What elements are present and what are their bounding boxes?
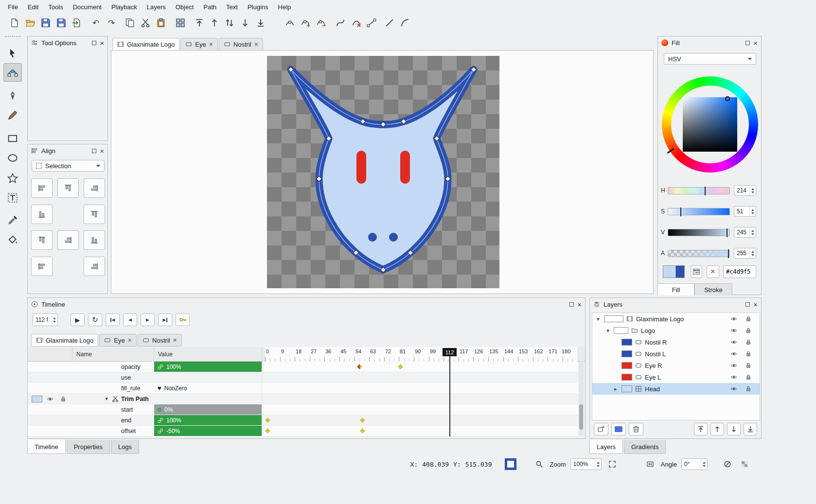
palette-button[interactable] xyxy=(691,265,702,278)
align-relative-to-select[interactable]: Selection xyxy=(32,160,105,172)
hue-marker[interactable] xyxy=(667,148,674,154)
keyframe-track[interactable] xyxy=(265,394,578,404)
keyframe[interactable] xyxy=(265,428,270,434)
fill-tool-button[interactable] xyxy=(3,230,22,249)
lock-icon[interactable] xyxy=(745,315,752,322)
visible-icon[interactable] xyxy=(47,396,53,402)
reorder-button[interactable] xyxy=(222,16,237,30)
clear-color-button[interactable]: × xyxy=(707,265,719,278)
property-value[interactable]: -50% xyxy=(154,426,262,436)
menu-tools[interactable]: Tools xyxy=(43,0,68,14)
spin-arrows[interactable] xyxy=(749,186,756,195)
layer-lower-to-bottom-button[interactable] xyxy=(744,423,757,435)
keyframe[interactable] xyxy=(357,364,362,369)
lock-icon[interactable] xyxy=(745,327,752,334)
canvas-tab-nostril[interactable]: Nostril × xyxy=(219,38,263,51)
current-frame-indicator[interactable]: 112 xyxy=(443,348,457,356)
keyframe-track[interactable] xyxy=(265,404,578,415)
close-panel-icon[interactable]: × xyxy=(100,147,104,155)
tab-layers[interactable]: Layers xyxy=(589,440,623,454)
redo-button[interactable]: ↷ xyxy=(104,16,119,30)
ellipse-tool-button[interactable] xyxy=(3,149,22,167)
spin-up-icon[interactable] xyxy=(751,209,754,211)
tab-logs[interactable]: Logs xyxy=(111,440,139,454)
keyframe-track[interactable] xyxy=(265,426,578,436)
current-color-swatch[interactable] xyxy=(505,458,516,470)
layer-color-swatch[interactable] xyxy=(621,350,632,357)
secondary-color-swatch[interactable] xyxy=(676,265,685,278)
property-value[interactable] xyxy=(154,394,262,404)
value-spinbox[interactable]: 245 xyxy=(734,227,756,238)
alpha-slider[interactable] xyxy=(668,250,730,257)
timeline-scrollbar[interactable] xyxy=(579,362,584,436)
menu-playback[interactable]: Playback xyxy=(106,0,142,14)
select-tool-button[interactable] xyxy=(3,44,22,62)
group-button[interactable] xyxy=(173,16,188,30)
menu-text[interactable]: Text xyxy=(221,0,243,14)
visible-icon[interactable] xyxy=(730,374,737,381)
undo-button[interactable]: ↶ xyxy=(89,16,103,30)
close-panel-icon[interactable]: × xyxy=(753,39,758,47)
float-panel-icon[interactable] xyxy=(92,149,96,153)
layer-color-swatch[interactable] xyxy=(32,396,42,402)
cut-button[interactable] xyxy=(138,16,153,30)
float-panel-icon[interactable] xyxy=(569,302,574,307)
fill-tab[interactable]: Fill xyxy=(657,283,694,295)
spin-arrows[interactable] xyxy=(701,459,707,469)
frame-spinbox[interactable]: 112 f xyxy=(33,313,58,326)
menu-help[interactable]: Help xyxy=(273,0,296,14)
menu-layers[interactable]: Layers xyxy=(142,0,171,14)
fox-head-drawing[interactable] xyxy=(267,56,499,288)
saturation-slider[interactable] xyxy=(668,208,730,215)
play-button[interactable]: ▶ xyxy=(71,313,85,326)
close-panel-icon[interactable]: × xyxy=(577,301,582,308)
layer-color-swatch[interactable] xyxy=(614,327,628,334)
tab-gradients[interactable]: Gradients xyxy=(624,440,666,454)
spin-down-icon[interactable] xyxy=(751,233,754,235)
sv-marker[interactable] xyxy=(725,96,730,101)
spin-arrows[interactable] xyxy=(749,248,756,258)
layer-row-head[interactable]: ▸ Head xyxy=(592,383,760,395)
spin-down-icon[interactable] xyxy=(597,465,600,467)
tab-timeline[interactable]: Timeline xyxy=(27,440,66,454)
layer-color-swatch[interactable] xyxy=(621,385,632,392)
distribute-right-button[interactable] xyxy=(84,205,105,224)
spin-arrows[interactable] xyxy=(51,314,57,326)
keyframe-track[interactable] xyxy=(265,383,578,393)
layer-row-nostil-l[interactable]: Nostil L xyxy=(592,348,760,360)
keyframe[interactable] xyxy=(360,428,365,434)
color-wheel[interactable] xyxy=(662,76,758,173)
layer-color-swatch[interactable] xyxy=(604,315,623,322)
raise-to-top-button[interactable] xyxy=(192,16,207,30)
expander-icon[interactable]: ▾ xyxy=(595,316,601,322)
expander-icon[interactable]: ▾ xyxy=(605,328,611,334)
colorspace-select[interactable]: HSV xyxy=(664,53,756,65)
scrollbar-thumb[interactable] xyxy=(579,404,583,430)
spin-down-icon[interactable] xyxy=(703,465,706,467)
layer-color-swatch[interactable] xyxy=(621,362,632,369)
lower-button[interactable] xyxy=(238,16,252,30)
lock-icon[interactable] xyxy=(745,362,752,369)
export-button[interactable] xyxy=(70,16,84,30)
menu-plugins[interactable]: Plugins xyxy=(243,0,273,14)
make-arc-button[interactable] xyxy=(398,16,412,30)
layer-row-glaxnimate-logo[interactable]: ▾ Glaxnimate Logo xyxy=(592,313,760,325)
name-column-header[interactable]: Name xyxy=(72,347,154,362)
layer-raise-to-top-button[interactable] xyxy=(694,423,708,435)
spin-up-icon[interactable] xyxy=(751,251,754,253)
menu-document[interactable]: Document xyxy=(68,0,106,14)
layer-row-eye-r[interactable]: Eye R xyxy=(592,360,760,371)
close-panel-icon[interactable]: × xyxy=(753,301,758,308)
document-area[interactable] xyxy=(267,56,499,288)
frame-ruler[interactable]: 0 9 18 27 36 45 54 63 72 81 90 99 117 12… xyxy=(265,347,577,362)
playhead[interactable] xyxy=(449,356,450,436)
solid-color-layer-button[interactable] xyxy=(611,423,626,435)
hue-slider[interactable] xyxy=(668,187,730,194)
layer-row-eye-l[interactable]: Eye L xyxy=(592,371,760,383)
menu-edit[interactable]: Edit xyxy=(23,0,43,14)
align-hcenter-button[interactable] xyxy=(57,178,79,198)
value-slider-handle[interactable] xyxy=(727,228,727,237)
lock-icon[interactable] xyxy=(745,385,752,392)
delete-layer-button[interactable] xyxy=(629,423,643,435)
no-color-indicator-button[interactable] xyxy=(721,458,734,470)
